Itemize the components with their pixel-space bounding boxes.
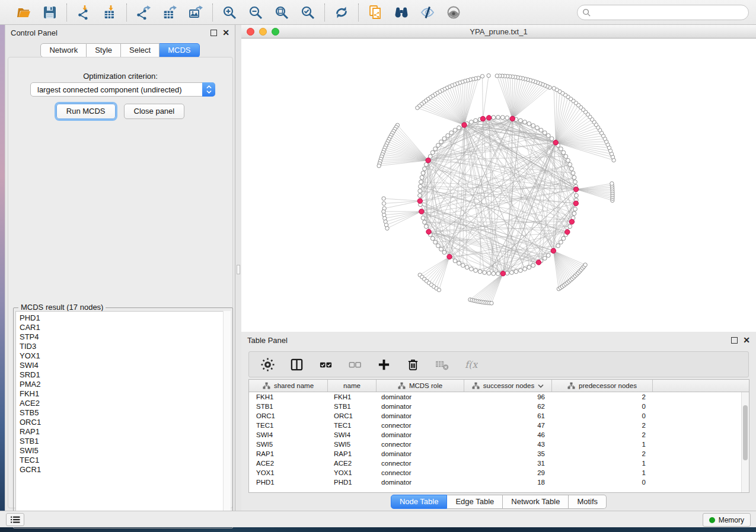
task-history-button[interactable] — [6, 513, 24, 526]
refresh-button[interactable] — [333, 4, 350, 21]
table-row[interactable]: ORC1ORC1dominator610 — [249, 411, 749, 421]
column-header-shared-name[interactable]: shared name — [249, 380, 328, 392]
export-table-button[interactable] — [161, 4, 178, 21]
open-file-button[interactable] — [15, 4, 33, 21]
mcds-hub-node[interactable] — [569, 219, 574, 224]
table-row[interactable]: TEC1TEC1connector472 — [249, 421, 749, 430]
show-all-button[interactable] — [445, 4, 462, 21]
mcds-hub-node[interactable] — [426, 158, 430, 163]
mcds-result-item[interactable]: STB1 — [20, 437, 230, 446]
export-image-button[interactable] — [187, 4, 205, 21]
close-panel-button[interactable]: Close panel — [124, 104, 185, 119]
zoom-in-button[interactable] — [221, 4, 238, 21]
optimization-criterion-select[interactable]: largest connected component (undirected) — [30, 82, 215, 97]
import-network-button[interactable] — [75, 4, 92, 21]
mcds-result-item[interactable]: YOX1 — [20, 351, 230, 361]
mcds-hub-node[interactable] — [462, 123, 467, 127]
search-box[interactable] — [577, 5, 749, 20]
network-canvas[interactable] — [241, 39, 756, 332]
zoom-fit-button[interactable] — [273, 4, 291, 21]
mcds-result-item[interactable]: RAP1 — [20, 427, 230, 437]
column-header-name[interactable]: name — [328, 380, 377, 392]
mcds-result-item[interactable]: STB5 — [20, 408, 230, 418]
tab-network[interactable]: Network — [40, 43, 87, 57]
deselect-all-button[interactable] — [346, 355, 363, 373]
memory-button[interactable]: Memory — [703, 513, 751, 527]
mcds-hub-node[interactable] — [573, 201, 578, 206]
zoom-out-button[interactable] — [247, 4, 264, 21]
table-scrollbar-thumb[interactable] — [743, 405, 748, 460]
mcds-hub-node[interactable] — [500, 271, 505, 276]
table-float-panel-icon[interactable] — [731, 337, 738, 344]
select-all-button[interactable] — [317, 355, 334, 373]
mcds-hub-node[interactable] — [447, 254, 452, 259]
table-row[interactable]: SWI4SWI4dominator462 — [249, 430, 749, 440]
mcds-result-item[interactable]: ACE2 — [20, 399, 230, 408]
mcds-hub-node[interactable] — [536, 260, 541, 265]
clone-network-button[interactable] — [366, 4, 384, 21]
mcds-hub-node[interactable] — [553, 140, 558, 145]
hide-selected-button[interactable] — [419, 4, 436, 21]
tab-style[interactable]: Style — [87, 43, 121, 57]
save-session-button[interactable] — [41, 4, 59, 21]
mcds-result-item[interactable]: TEC1 — [20, 456, 230, 465]
table-row[interactable]: SWI5SWI5connector431 — [249, 440, 749, 449]
table-scrollbar[interactable] — [741, 392, 749, 492]
mcds-result-item[interactable]: PMA2 — [20, 380, 230, 389]
mcds-hub-node[interactable] — [565, 229, 570, 234]
mcds-hub-node[interactable] — [510, 116, 515, 121]
mcds-result-item[interactable]: TID3 — [20, 342, 230, 351]
add-button[interactable] — [375, 355, 393, 373]
gear-button[interactable] — [259, 355, 276, 373]
export-network-button[interactable] — [135, 4, 152, 21]
mcds-result-item[interactable]: GCR1 — [20, 465, 230, 475]
import-table-button[interactable] — [101, 4, 119, 21]
close-panel-icon[interactable]: ✕ — [222, 30, 229, 36]
table-row[interactable]: FKH1FKH1dominator962 — [249, 392, 749, 402]
table-close-panel-icon[interactable]: ✕ — [743, 337, 750, 344]
window-minimize-icon[interactable] — [259, 28, 267, 36]
run-mcds-button[interactable]: Run MCDS — [56, 104, 116, 119]
mcds-result-item[interactable]: PHD1 — [20, 313, 230, 323]
mcds-result-item[interactable]: FKH1 — [20, 389, 230, 399]
mcds-result-item[interactable]: ORC1 — [20, 418, 230, 427]
mcds-result-item[interactable]: STP4 — [20, 332, 230, 342]
mcds-hub-node[interactable] — [551, 248, 556, 253]
tab-edge-table[interactable]: Edge Table — [447, 495, 503, 509]
mcds-hub-node[interactable] — [419, 209, 424, 214]
table-row[interactable]: ACE2ACE2connector311 — [249, 459, 749, 468]
window-maximize-icon[interactable] — [272, 28, 279, 36]
delete-button[interactable] — [404, 355, 422, 373]
mcds-result-list[interactable]: PHD1CAR1STP4TID3YOX1SWI4SRD1PMA2FKH1ACE2… — [15, 311, 231, 526]
mcds-result-item[interactable]: CAR1 — [20, 323, 230, 332]
result-list-scrollbar[interactable] — [223, 311, 231, 526]
panel-splitter[interactable] — [235, 25, 241, 511]
table-row[interactable]: RAP1RAP1dominator352 — [249, 449, 749, 459]
find-button[interactable] — [393, 4, 410, 21]
table-row[interactable]: STB1STB1dominator620 — [249, 402, 749, 411]
mcds-hub-node[interactable] — [573, 187, 578, 191]
column-header-predecessor-nodes[interactable]: predecessor nodes — [552, 380, 653, 392]
tab-motifs[interactable]: Motifs — [569, 495, 607, 509]
columns-button[interactable] — [288, 355, 305, 373]
tab-network-table[interactable]: Network Table — [503, 495, 569, 509]
splitter-grip[interactable] — [237, 265, 240, 274]
column-header-successor-nodes[interactable]: successor nodes — [464, 380, 552, 392]
mcds-result-item[interactable]: SRD1 — [20, 370, 230, 380]
mcds-hub-node[interactable] — [486, 116, 491, 120]
mcds-result-item[interactable]: SWI5 — [20, 446, 230, 456]
table-row[interactable]: PHD1PHD1dominator180 — [249, 477, 749, 487]
zoom-selected-button[interactable] — [299, 4, 317, 21]
tab-mcds[interactable]: MCDS — [160, 43, 199, 57]
column-header-MCDS-role[interactable]: MCDS role — [377, 380, 464, 392]
mcds-result-item[interactable]: SWI4 — [20, 361, 230, 370]
mcds-hub-node[interactable] — [426, 229, 431, 234]
tab-select[interactable]: Select — [121, 43, 160, 57]
tab-node-table[interactable]: Node Table — [391, 495, 448, 509]
search-input[interactable] — [594, 7, 744, 18]
window-close-icon[interactable] — [247, 28, 254, 36]
network-graph-svg[interactable] — [241, 39, 756, 332]
table-row[interactable]: YOX1YOX1connector291 — [249, 468, 749, 477]
mcds-hub-node[interactable] — [480, 116, 485, 121]
mcds-hub-node[interactable] — [417, 198, 422, 203]
